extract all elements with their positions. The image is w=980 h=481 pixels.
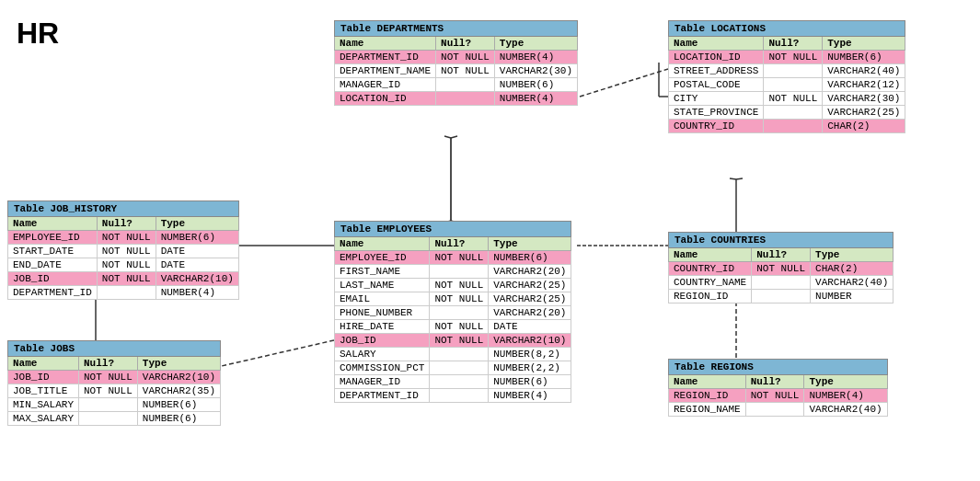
- col-null: [430, 361, 489, 375]
- col-name: MANAGER_ID: [335, 375, 430, 389]
- col-name: EMPLOYEE_ID: [335, 251, 430, 265]
- col-type: DATE: [156, 245, 238, 258]
- col-null: NOT NULL: [79, 384, 138, 398]
- col-null: NOT NULL: [430, 279, 489, 292]
- table-row: FIRST_NAMEVARCHAR2(20): [335, 265, 571, 279]
- col-null: [79, 398, 138, 412]
- col-type: NUMBER(4): [494, 92, 577, 106]
- col-name: JOB_ID: [8, 371, 79, 384]
- table-employees: Table EMPLOYEESNameNull?TypeEMPLOYEE_IDN…: [334, 221, 571, 403]
- col-null: NOT NULL: [764, 92, 823, 106]
- col-null: NOT NULL: [97, 245, 156, 258]
- col-null: NOT NULL: [430, 320, 489, 334]
- col-type: VARCHAR2(20): [489, 265, 571, 279]
- col-name: POSTAL_CODE: [669, 78, 764, 92]
- col-type: NUMBER(6): [137, 398, 220, 412]
- col-null: NOT NULL: [430, 292, 489, 306]
- col-name: JOB_ID: [335, 334, 430, 348]
- table-row: MAX_SALARYNUMBER(6): [8, 412, 221, 426]
- table-row: COUNTRY_NAMEVARCHAR2(40): [669, 276, 894, 290]
- col-name: EMPLOYEE_ID: [8, 231, 98, 245]
- col-type: VARCHAR2(12): [823, 78, 905, 92]
- col-name: COUNTRY_NAME: [669, 276, 752, 290]
- table-row: END_DATENOT NULLDATE: [8, 258, 239, 272]
- table-row: JOB_IDNOT NULLVARCHAR2(10): [335, 334, 571, 348]
- col-name: LAST_NAME: [335, 279, 430, 292]
- col-name: HIRE_DATE: [335, 320, 430, 334]
- col-null: [764, 78, 823, 92]
- table-jobs: Table JOBSNameNull?TypeJOB_IDNOT NULLVAR…: [7, 340, 221, 426]
- col-type: NUMBER(6): [823, 51, 905, 64]
- table-row: CITYNOT NULLVARCHAR2(30): [669, 92, 905, 106]
- col-type: NUMBER(6): [156, 231, 238, 245]
- col-type: NUMBER(6): [494, 78, 577, 92]
- table-row: PHONE_NUMBERVARCHAR2(20): [335, 306, 571, 320]
- col-null: NOT NULL: [764, 51, 823, 64]
- col-type: VARCHAR2(10): [489, 334, 571, 348]
- col-type: VARCHAR2(20): [489, 306, 571, 320]
- col-null: [97, 286, 156, 300]
- table-row: MIN_SALARYNUMBER(6): [8, 398, 221, 412]
- col-name: MANAGER_ID: [335, 78, 436, 92]
- col-type: VARCHAR2(25): [823, 106, 905, 120]
- table-row: JOB_IDNOT NULLVARCHAR2(10): [8, 272, 239, 286]
- svg-line-9: [730, 178, 736, 179]
- table-row: JOB_IDNOT NULLVARCHAR2(10): [8, 371, 221, 384]
- col-null: NOT NULL: [436, 51, 495, 64]
- col-type: DATE: [156, 258, 238, 272]
- table-row: DEPARTMENT_IDNUMBER(4): [8, 286, 239, 300]
- table-row: COUNTRY_IDCHAR(2): [669, 120, 905, 133]
- table-row: COMMISSION_PCTNUMBER(2,2): [335, 361, 571, 375]
- col-null: NOT NULL: [436, 64, 495, 78]
- col-null: [430, 348, 489, 361]
- col-type: VARCHAR2(25): [489, 292, 571, 306]
- col-null: NOT NULL: [752, 262, 811, 276]
- col-type: VARCHAR2(40): [811, 276, 894, 290]
- col-type: NUMBER(4): [489, 389, 571, 403]
- col-name: JOB_TITLE: [8, 384, 79, 398]
- svg-line-2: [580, 69, 668, 97]
- table-row: DEPARTMENT_IDNOT NULLNUMBER(4): [335, 51, 578, 64]
- table-row: REGION_IDNOT NULLNUMBER(4): [669, 389, 888, 403]
- col-null: [430, 375, 489, 389]
- table-row: EMPLOYEE_IDNOT NULLNUMBER(6): [335, 251, 571, 265]
- table-row: DEPARTMENT_NAMENOT NULLVARCHAR2(30): [335, 64, 578, 78]
- col-null: [79, 412, 138, 426]
- col-null: [430, 306, 489, 320]
- table-locations: Table LOCATIONSNameNull?TypeLOCATION_IDN…: [668, 20, 905, 133]
- col-name: COUNTRY_ID: [669, 262, 752, 276]
- col-type: VARCHAR2(10): [137, 371, 220, 384]
- col-type: CHAR(2): [823, 120, 905, 133]
- col-type: CHAR(2): [811, 262, 894, 276]
- col-type: VARCHAR2(30): [494, 64, 577, 78]
- col-name: START_DATE: [8, 245, 98, 258]
- table-row: REGION_NAMEVARCHAR2(40): [669, 403, 888, 417]
- col-type: VARCHAR2(40): [804, 403, 887, 417]
- table-row: JOB_TITLENOT NULLVARCHAR2(35): [8, 384, 221, 398]
- col-name: LOCATION_ID: [669, 51, 764, 64]
- table-row: EMAILNOT NULLVARCHAR2(25): [335, 292, 571, 306]
- table-departments: Table DEPARTMENTSNameNull?TypeDEPARTMENT…: [334, 20, 578, 106]
- col-type: NUMBER: [811, 290, 894, 303]
- hr-label: HR: [17, 17, 59, 51]
- col-type: VARCHAR2(30): [823, 92, 905, 106]
- col-type: NUMBER(4): [804, 389, 887, 403]
- table-countries: Table COUNTRIESNameNull?TypeCOUNTRY_IDNO…: [668, 232, 894, 303]
- col-null: NOT NULL: [97, 258, 156, 272]
- table-row: HIRE_DATENOT NULLDATE: [335, 320, 571, 334]
- col-null: NOT NULL: [97, 231, 156, 245]
- col-name: MIN_SALARY: [8, 398, 79, 412]
- col-type: NUMBER(6): [137, 412, 220, 426]
- table-row: MANAGER_IDNUMBER(6): [335, 78, 578, 92]
- col-name: MAX_SALARY: [8, 412, 79, 426]
- col-name: EMAIL: [335, 292, 430, 306]
- col-null: [430, 265, 489, 279]
- col-name: COMMISSION_PCT: [335, 361, 430, 375]
- col-name: STREET_ADDRESS: [669, 64, 764, 78]
- col-type: VARCHAR2(10): [156, 272, 238, 286]
- col-type: DATE: [489, 320, 571, 334]
- col-null: [430, 389, 489, 403]
- col-type: NUMBER(6): [489, 251, 571, 265]
- table-row: POSTAL_CODEVARCHAR2(12): [669, 78, 905, 92]
- col-type: NUMBER(4): [156, 286, 238, 300]
